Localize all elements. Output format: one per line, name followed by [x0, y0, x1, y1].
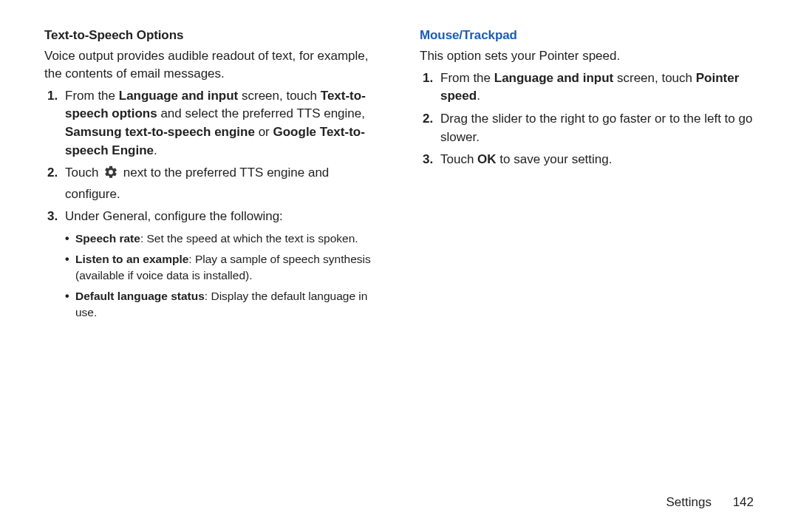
bullet-item: Default language status: Display the def… — [75, 288, 378, 321]
step-item: Under General, configure the following:S… — [65, 208, 378, 321]
tts-intro: Voice output provides audible readout of… — [44, 47, 378, 83]
footer-page-number: 142 — [733, 495, 754, 509]
bullet-list: Speech rate: Set the speed at which the … — [65, 231, 378, 321]
step-item: Touch next to the preferred TTS engine a… — [65, 164, 378, 203]
bullet-item: Speech rate: Set the speed at which the … — [75, 231, 378, 247]
footer-section: Settings — [666, 495, 711, 509]
mouse-intro: This option sets your Pointer speed. — [420, 47, 754, 65]
bullet-item: Listen to an example: Play a sample of s… — [75, 251, 378, 284]
mouse-steps-list: From the Language and input screen, touc… — [420, 69, 754, 169]
mouse-heading: Mouse/Trackpad — [420, 28, 754, 43]
right-column: Mouse/Trackpad This option sets your Poi… — [420, 28, 754, 321]
gear-icon — [103, 165, 118, 185]
step-item: From the Language and input screen, touc… — [65, 87, 378, 160]
tts-heading: Text-to-Speech Options — [44, 28, 378, 43]
left-column: Text-to-Speech Options Voice output prov… — [44, 28, 378, 321]
content-columns: Text-to-Speech Options Voice output prov… — [44, 28, 754, 321]
step-item: From the Language and input screen, touc… — [440, 69, 754, 106]
step-item: Drag the slider to the right to go faste… — [440, 110, 754, 146]
tts-steps-list: From the Language and input screen, touc… — [44, 87, 378, 321]
step-item: Touch OK to save your setting. — [440, 151, 754, 169]
page-footer: Settings 142 — [666, 495, 754, 510]
